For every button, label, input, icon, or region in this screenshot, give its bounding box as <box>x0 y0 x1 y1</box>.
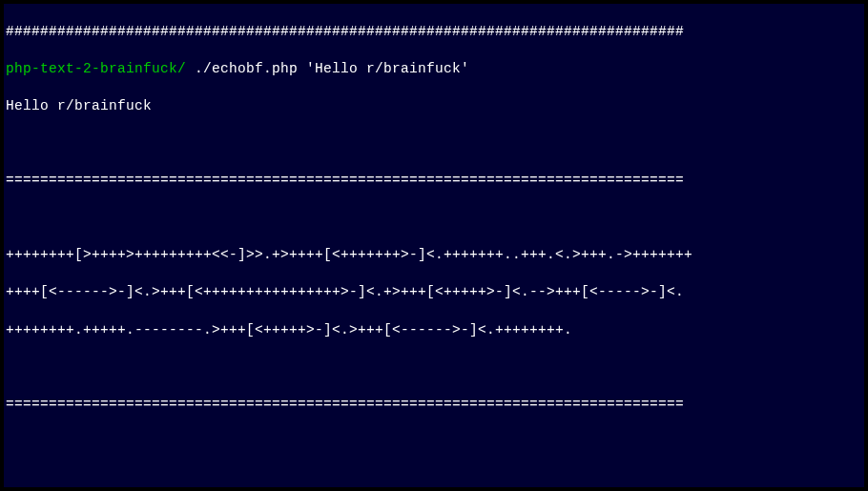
terminal-window[interactable]: ########################################… <box>4 4 864 487</box>
blank-2 <box>6 209 862 228</box>
blank-1 <box>6 134 862 153</box>
prompt-1: php-text-2-brainfuck/ <box>6 61 195 76</box>
separator-1b: ========================================… <box>6 396 862 415</box>
bf-output-1-line3: ++++++++.+++++.--------.>+++[<+++++>-]<.… <box>6 321 862 340</box>
blank-5 <box>6 470 862 487</box>
blank-3 <box>6 358 862 378</box>
bf-output-1-line2: ++++[<------>-]<.>+++[<++++++++++++++++>… <box>6 283 862 302</box>
blank-4 <box>6 433 862 452</box>
output-1: Hello r/brainfuck <box>6 97 862 116</box>
command-line-1: php-text-2-brainfuck/ ./echobf.php 'Hell… <box>6 60 862 79</box>
hash-separator: ########################################… <box>6 23 862 42</box>
separator-1a: ========================================… <box>6 172 862 191</box>
command-1: ./echobf.php 'Hello r/brainfuck' <box>195 61 469 76</box>
bf-output-1-line1: ++++++++[>++++>+++++++++<<-]>>.+>++++[<+… <box>6 246 862 265</box>
